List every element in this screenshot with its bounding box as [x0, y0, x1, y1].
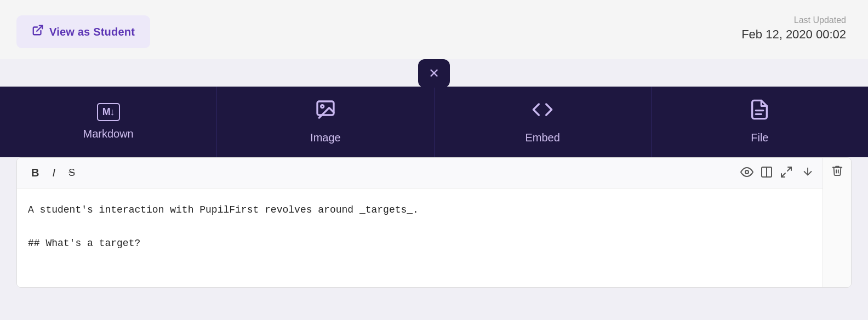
close-icon: ✕ [429, 66, 439, 81]
image-icon [315, 99, 336, 125]
file-icon [749, 99, 770, 125]
editor-text-area[interactable]: A student's interaction with PupilFirst … [17, 188, 823, 287]
toolbar-item-file[interactable]: File [652, 87, 868, 157]
preview-icon[interactable] [740, 165, 753, 181]
strikethrough-button[interactable]: S [63, 164, 81, 182]
close-button[interactable]: ✕ [418, 59, 450, 88]
editor-line-1: A student's interaction with PupilFirst … [28, 202, 812, 219]
editor-side-panel [823, 158, 851, 287]
embed-label: Embed [525, 132, 559, 144]
page-wrapper: View as Student Last Updated Feb 12, 202… [0, 0, 868, 320]
editor-line-3: ## What's a target? [28, 235, 812, 252]
svg-line-0 [37, 26, 42, 31]
markdown-icon: M↓ [97, 103, 120, 121]
editor-main: B I S [17, 158, 823, 287]
toolbar-item-markdown[interactable]: M↓ Markdown [0, 87, 217, 157]
view-as-student-label: View as Student [49, 26, 135, 38]
svg-point-2 [321, 105, 324, 108]
split-view-icon[interactable] [760, 165, 773, 181]
italic-button[interactable]: I [47, 163, 61, 182]
external-link-icon [32, 24, 44, 39]
last-updated-value: Feb 12, 2020 00:02 [741, 27, 846, 42]
editor-section: B I S [0, 157, 868, 299]
close-button-wrapper: ✕ [0, 59, 868, 87]
editor-right-icons [740, 165, 793, 181]
markdown-label: Markdown [83, 128, 133, 140]
toolbar-item-embed[interactable]: Embed [435, 87, 652, 157]
move-down-icon[interactable] [802, 165, 814, 181]
delete-icon[interactable] [831, 164, 843, 180]
toolbar-item-image[interactable]: Image [217, 87, 434, 157]
top-bar: View as Student Last Updated Feb 12, 202… [0, 0, 868, 59]
svg-point-5 [745, 170, 749, 174]
file-label: File [751, 132, 768, 144]
editor-line-2 [28, 219, 812, 236]
editor-outer: B I S [16, 157, 852, 288]
image-label: Image [310, 132, 341, 144]
fullscreen-icon[interactable] [780, 165, 793, 181]
bold-button[interactable]: B [26, 163, 44, 182]
last-updated-area: Last Updated Feb 12, 2020 00:02 [741, 15, 846, 42]
embed-icon [532, 99, 553, 125]
editor-formatting-bar: B I S [17, 158, 823, 188]
last-updated-label: Last Updated [741, 15, 846, 25]
svg-line-8 [787, 167, 791, 171]
svg-rect-1 [317, 101, 334, 115]
view-as-student-button[interactable]: View as Student [16, 15, 150, 48]
svg-line-9 [781, 173, 785, 177]
content-type-toolbar: M↓ Markdown Image [0, 87, 868, 157]
toolbar-section: ✕ M↓ Markdown [0, 59, 868, 157]
